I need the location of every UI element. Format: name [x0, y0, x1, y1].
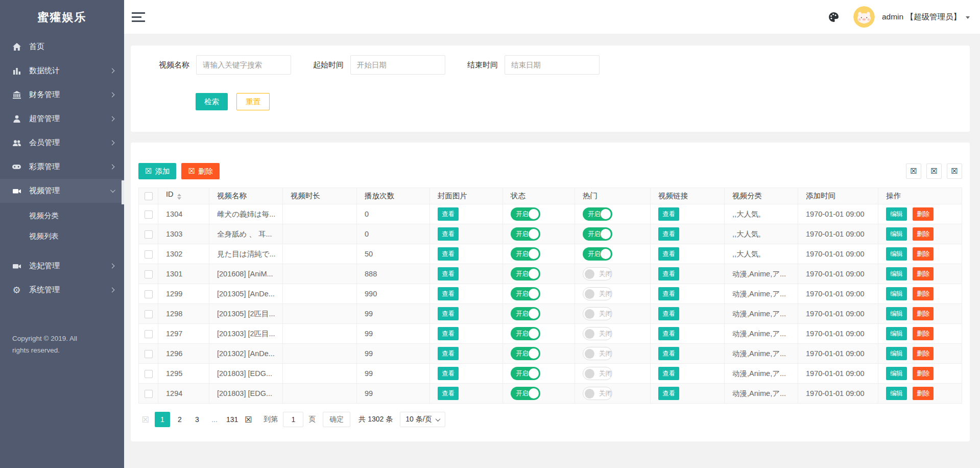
page-number[interactable]: 2	[172, 412, 187, 427]
row-delete-button[interactable]: 删除	[913, 327, 934, 340]
menu-toggle-icon[interactable]	[132, 12, 145, 22]
video-name-input[interactable]	[196, 55, 291, 75]
view-link-button[interactable]: 查看	[658, 267, 679, 280]
edit-button[interactable]: 编辑	[886, 347, 907, 360]
sidebar-item-home[interactable]: 首页	[0, 35, 124, 59]
row-checkbox[interactable]	[145, 350, 153, 358]
sidebar-item-stats[interactable]: 数据统计	[0, 59, 124, 83]
sidebar-scrollbar[interactable]	[122, 180, 124, 204]
page-number[interactable]: 3	[189, 412, 205, 427]
goto-page-input[interactable]	[283, 412, 303, 427]
view-link-button[interactable]: 查看	[658, 327, 679, 340]
view-link-button[interactable]: 查看	[658, 307, 679, 320]
view-link-button[interactable]: 查看	[658, 287, 679, 300]
start-date-input[interactable]	[350, 55, 445, 75]
view-link-button[interactable]: 查看	[658, 207, 679, 221]
hot-toggle[interactable]: 关闭	[583, 267, 612, 280]
confirm-page-button[interactable]: 确定	[323, 412, 350, 427]
status-toggle[interactable]: 开启	[511, 307, 540, 320]
edit-button[interactable]: 编辑	[886, 227, 907, 241]
hot-toggle[interactable]: 关闭	[583, 287, 612, 300]
sidebar-item-videos[interactable]: 视频管理	[0, 179, 124, 203]
table-export-icon-button[interactable]: ☒	[926, 163, 942, 179]
delete-button[interactable]: ☒删除	[181, 163, 219, 179]
sidebar-item-superadmin[interactable]: 超管管理	[0, 107, 124, 131]
view-cover-button[interactable]: 查看	[438, 367, 459, 380]
row-checkbox[interactable]	[145, 390, 153, 398]
view-link-button[interactable]: 查看	[658, 387, 679, 400]
add-button[interactable]: ☒添加	[138, 163, 176, 179]
page-number[interactable]: 131	[224, 412, 240, 427]
hot-toggle[interactable]: 开启	[583, 207, 612, 221]
edit-button[interactable]: 编辑	[886, 327, 907, 340]
row-delete-button[interactable]: 删除	[913, 307, 934, 320]
row-delete-button[interactable]: 删除	[913, 347, 934, 360]
view-cover-button[interactable]: 查看	[438, 307, 459, 320]
edit-button[interactable]: 编辑	[886, 367, 907, 380]
sidebar-item-video-categories[interactable]: 视频分类	[0, 205, 124, 226]
row-delete-button[interactable]: 删除	[913, 287, 934, 300]
status-toggle[interactable]: 开启	[511, 247, 540, 261]
hot-toggle[interactable]: 关闭	[583, 327, 612, 340]
column-header-id[interactable]: ID	[158, 188, 209, 204]
sidebar-item-finance[interactable]: 财务管理	[0, 83, 124, 107]
page-number[interactable]: 1	[155, 412, 170, 427]
per-page-select[interactable]: 10 条/页	[400, 412, 445, 427]
row-checkbox[interactable]	[145, 270, 153, 278]
row-checkbox[interactable]	[145, 330, 153, 338]
edit-button[interactable]: 编辑	[886, 247, 907, 261]
view-cover-button[interactable]: 查看	[438, 327, 459, 340]
edit-button[interactable]: 编辑	[886, 267, 907, 280]
hot-toggle[interactable]: 开启	[583, 247, 612, 261]
status-toggle[interactable]: 开启	[511, 367, 540, 380]
status-toggle[interactable]: 开启	[511, 267, 540, 280]
hot-toggle[interactable]: 关闭	[583, 367, 612, 380]
prev-page-button[interactable]: ☒	[138, 415, 153, 425]
view-cover-button[interactable]: 查看	[438, 247, 459, 261]
row-checkbox[interactable]	[145, 210, 153, 219]
row-checkbox[interactable]	[145, 250, 153, 259]
sort-icon[interactable]	[177, 192, 181, 202]
edit-button[interactable]: 编辑	[886, 387, 907, 400]
view-link-button[interactable]: 查看	[658, 367, 679, 380]
sidebar-item-concubine[interactable]: 选妃管理	[0, 254, 124, 278]
table-filter-icon-button[interactable]: ☒	[906, 163, 921, 179]
view-cover-button[interactable]: 查看	[438, 267, 459, 280]
status-toggle[interactable]: 开启	[511, 227, 540, 241]
row-delete-button[interactable]: 删除	[913, 207, 934, 221]
search-button[interactable]: 检索	[196, 93, 228, 110]
view-cover-button[interactable]: 查看	[438, 207, 459, 221]
hot-toggle[interactable]: 关闭	[583, 307, 612, 320]
theme-palette-icon[interactable]	[828, 12, 839, 22]
view-link-button[interactable]: 查看	[658, 347, 679, 360]
status-toggle[interactable]: 开启	[511, 387, 540, 400]
sidebar-item-members[interactable]: 会员管理	[0, 131, 124, 155]
edit-button[interactable]: 编辑	[886, 287, 907, 300]
row-delete-button[interactable]: 删除	[913, 247, 934, 261]
edit-button[interactable]: 编辑	[886, 307, 907, 320]
row-delete-button[interactable]: 删除	[913, 387, 934, 400]
sidebar-item-video-list[interactable]: 视频列表	[0, 226, 124, 246]
row-checkbox[interactable]	[145, 370, 153, 378]
sidebar-item-system[interactable]: ⚙ 系统管理	[0, 278, 124, 302]
status-toggle[interactable]: 开启	[511, 347, 540, 360]
status-toggle[interactable]: 开启	[511, 207, 540, 221]
table-print-icon-button[interactable]: ☒	[947, 163, 962, 179]
view-cover-button[interactable]: 查看	[438, 387, 459, 400]
row-delete-button[interactable]: 删除	[913, 227, 934, 241]
row-checkbox[interactable]	[145, 310, 153, 318]
status-toggle[interactable]: 开启	[511, 327, 540, 340]
row-delete-button[interactable]: 删除	[913, 367, 934, 380]
view-link-button[interactable]: 查看	[658, 247, 679, 261]
reset-button[interactable]: 重置	[236, 93, 270, 110]
next-page-button[interactable]: ☒	[241, 415, 255, 425]
hot-toggle[interactable]: 关闭	[583, 347, 612, 360]
row-checkbox[interactable]	[145, 290, 153, 298]
user-avatar[interactable]	[853, 6, 875, 28]
view-cover-button[interactable]: 查看	[438, 347, 459, 360]
edit-button[interactable]: 编辑	[886, 207, 907, 221]
user-menu[interactable]: admin 【超级管理员】	[882, 12, 961, 22]
hot-toggle[interactable]: 开启	[583, 227, 612, 241]
select-all-checkbox[interactable]	[145, 192, 153, 200]
row-delete-button[interactable]: 删除	[913, 267, 934, 280]
